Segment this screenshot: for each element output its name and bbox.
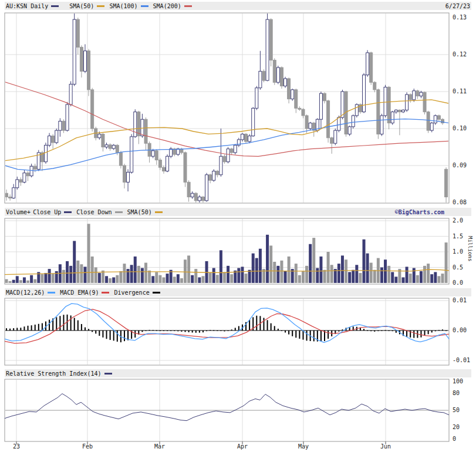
- macd-label: MACD(12,26): [6, 289, 45, 296]
- charts-svg: [0, 0, 476, 452]
- symbol-label: AU:KSN Daily: [6, 3, 48, 9]
- stock-chart-page: AU:KSN Daily SMA(50) SMA(100) SMA(200) 6…: [0, 0, 476, 452]
- sma100-dash-icon: [141, 5, 148, 7]
- volume-label: Volume+: [6, 209, 31, 215]
- macd-ema-dash-icon: [102, 292, 109, 294]
- divergence-label: Divergence: [114, 289, 149, 296]
- millions-axis-label: Millions: [467, 236, 473, 261]
- close-down-dash-icon: [115, 211, 123, 213]
- rsi-ytick: 50: [453, 407, 460, 413]
- rsi-ytick: 100: [453, 378, 463, 384]
- bigcharts-brand: ©BigCharts.com: [395, 209, 444, 215]
- rsi-ytick: 20: [453, 424, 460, 430]
- month-xtick: Apr: [237, 443, 248, 450]
- rsi-ytick: 0: [453, 436, 456, 442]
- close-up-label: Close Up: [33, 209, 61, 215]
- month-xtick: Jun: [380, 443, 391, 450]
- rsi-dash-icon: [104, 373, 112, 375]
- price-ytick: 0.10: [453, 125, 467, 131]
- volume-sma50-label: SMA(50): [127, 209, 152, 215]
- symbol-dash-icon: [51, 5, 59, 7]
- month-xtick: 23: [13, 443, 20, 450]
- rsi-legend-bar: Relative Strength Index(14): [5, 369, 471, 377]
- chart-date: 6/27/23: [445, 3, 470, 9]
- sma50-dash-icon: [97, 5, 104, 7]
- price-ytick: 0.09: [453, 162, 467, 168]
- price-legend-bar: AU:KSN Daily SMA(50) SMA(100) SMA(200) 6…: [5, 2, 471, 10]
- rsi-ytick: 80: [453, 390, 460, 396]
- rsi-label: Relative Strength Index(14): [6, 370, 102, 377]
- sma200-label: SMA(200): [153, 3, 181, 9]
- price-ytick: 0.12: [453, 51, 467, 58]
- macd-legend-bar: MACD(12,26) MACD EMA(9) Divergence: [5, 288, 471, 296]
- macd-ytick: 0.00: [453, 327, 467, 333]
- macd-ema-label: MACD EMA(9): [60, 289, 99, 296]
- volume-sma50-dash-icon: [155, 211, 163, 213]
- volume-ytick: 1.0: [453, 248, 463, 255]
- price-ytick: 0.11: [453, 88, 467, 95]
- sma200-dash-icon: [184, 5, 192, 7]
- macd-ytick: 0.01: [453, 297, 467, 303]
- price-ytick: 0.08: [453, 199, 467, 205]
- sma100-label: SMA(100): [109, 3, 137, 9]
- sma50-label: SMA(50): [69, 3, 94, 9]
- divergence-dash-icon: [153, 292, 160, 294]
- month-xtick: Mar: [154, 443, 165, 450]
- month-xtick: May: [298, 443, 309, 450]
- close-down-label: Close Down: [76, 209, 112, 215]
- month-xtick: Feb: [82, 443, 93, 450]
- volume-ytick: 1.5: [453, 233, 463, 240]
- volume-ytick: 0.0: [453, 279, 463, 286]
- volume-ytick: 2.0: [453, 217, 463, 224]
- macd-dash-icon: [48, 292, 55, 294]
- volume-ytick: 0.5: [453, 264, 463, 271]
- close-up-dash-icon: [64, 211, 72, 213]
- macd-ytick: -0.01: [453, 357, 470, 363]
- volume-legend-bar: Volume+ Close Up Close Down SMA(50) ©Big…: [5, 208, 471, 216]
- price-ytick: 0.13: [453, 14, 467, 21]
